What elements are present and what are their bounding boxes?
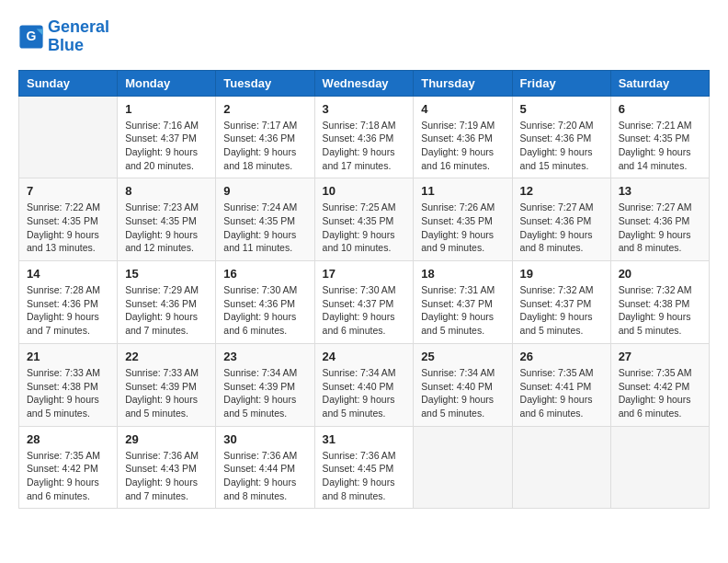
day-number: 23 — [223, 350, 306, 363]
day-number: 18 — [421, 267, 504, 281]
calendar-cell: 26Sunrise: 7:35 AM Sunset: 4:41 PM Dayli… — [512, 343, 610, 426]
calendar-table: SundayMondayTuesdayWednesdayThursdayFrid… — [18, 70, 710, 510]
day-info: Sunrise: 7:17 AM Sunset: 4:36 PM Dayligh… — [223, 119, 306, 173]
calendar-cell: 1Sunrise: 7:16 AM Sunset: 4:37 PM Daylig… — [118, 96, 216, 178]
weekday-header-cell: Tuesday — [216, 70, 314, 96]
day-info: Sunrise: 7:33 AM Sunset: 4:38 PM Dayligh… — [27, 366, 109, 420]
calendar-week-row: 1Sunrise: 7:16 AM Sunset: 4:37 PM Daylig… — [19, 96, 710, 178]
day-number: 7 — [27, 184, 109, 198]
day-number: 19 — [520, 267, 603, 281]
calendar-cell: 7Sunrise: 7:22 AM Sunset: 4:35 PM Daylig… — [19, 178, 118, 261]
calendar-cell: 3Sunrise: 7:18 AM Sunset: 4:36 PM Daylig… — [314, 96, 414, 178]
day-info: Sunrise: 7:23 AM Sunset: 4:35 PM Dayligh… — [125, 201, 208, 255]
svg-text:G: G — [27, 29, 37, 43]
calendar-cell: 2Sunrise: 7:17 AM Sunset: 4:36 PM Daylig… — [216, 96, 314, 178]
calendar-cell: 5Sunrise: 7:20 AM Sunset: 4:36 PM Daylig… — [512, 96, 610, 178]
calendar-week-row: 28Sunrise: 7:35 AM Sunset: 4:42 PM Dayli… — [19, 426, 710, 509]
day-info: Sunrise: 7:31 AM Sunset: 4:37 PM Dayligh… — [421, 283, 504, 338]
logo-icon: G — [18, 24, 44, 50]
calendar-cell: 4Sunrise: 7:19 AM Sunset: 4:36 PM Daylig… — [414, 96, 512, 178]
day-number: 8 — [125, 184, 208, 198]
calendar-cell: 10Sunrise: 7:25 AM Sunset: 4:35 PM Dayli… — [314, 178, 414, 261]
day-number: 29 — [125, 432, 208, 446]
calendar-cell: 22Sunrise: 7:33 AM Sunset: 4:39 PM Dayli… — [118, 343, 216, 426]
day-info: Sunrise: 7:22 AM Sunset: 4:35 PM Dayligh… — [27, 201, 109, 255]
calendar-cell: 29Sunrise: 7:36 AM Sunset: 4:43 PM Dayli… — [118, 426, 216, 509]
day-info: Sunrise: 7:20 AM Sunset: 4:36 PM Dayligh… — [520, 119, 603, 173]
day-number: 16 — [223, 267, 306, 281]
day-number: 15 — [125, 267, 208, 281]
day-info: Sunrise: 7:19 AM Sunset: 4:36 PM Dayligh… — [421, 119, 504, 173]
day-info: Sunrise: 7:30 AM Sunset: 4:36 PM Dayligh… — [223, 283, 306, 338]
calendar-cell: 20Sunrise: 7:32 AM Sunset: 4:38 PM Dayli… — [610, 261, 709, 344]
day-info: Sunrise: 7:35 AM Sunset: 4:42 PM Dayligh… — [619, 366, 701, 420]
weekday-header-row: SundayMondayTuesdayWednesdayThursdayFrid… — [19, 70, 710, 96]
calendar-cell: 13Sunrise: 7:27 AM Sunset: 4:36 PM Dayli… — [610, 178, 709, 261]
day-number: 3 — [323, 102, 406, 116]
day-info: Sunrise: 7:35 AM Sunset: 4:42 PM Dayligh… — [27, 449, 109, 503]
day-number: 10 — [323, 184, 406, 198]
day-info: Sunrise: 7:29 AM Sunset: 4:36 PM Dayligh… — [125, 283, 208, 338]
calendar-cell: 19Sunrise: 7:32 AM Sunset: 4:37 PM Dayli… — [512, 261, 610, 344]
calendar-cell: 15Sunrise: 7:29 AM Sunset: 4:36 PM Dayli… — [118, 261, 216, 344]
day-number: 17 — [323, 267, 406, 281]
day-info: Sunrise: 7:25 AM Sunset: 4:35 PM Dayligh… — [323, 201, 406, 255]
day-number: 25 — [421, 350, 504, 363]
logo: G General Blue — [18, 18, 109, 55]
day-info: Sunrise: 7:27 AM Sunset: 4:36 PM Dayligh… — [520, 201, 603, 255]
day-info: Sunrise: 7:33 AM Sunset: 4:39 PM Dayligh… — [125, 366, 208, 420]
calendar-cell: 31Sunrise: 7:36 AM Sunset: 4:45 PM Dayli… — [314, 426, 414, 509]
calendar-week-row: 7Sunrise: 7:22 AM Sunset: 4:35 PM Daylig… — [19, 178, 710, 261]
day-number: 12 — [520, 184, 603, 198]
day-info: Sunrise: 7:34 AM Sunset: 4:39 PM Dayligh… — [223, 366, 306, 420]
calendar-cell: 25Sunrise: 7:34 AM Sunset: 4:40 PM Dayli… — [414, 343, 512, 426]
day-info: Sunrise: 7:36 AM Sunset: 4:43 PM Dayligh… — [125, 449, 208, 503]
day-number: 1 — [125, 102, 208, 116]
day-info: Sunrise: 7:24 AM Sunset: 4:35 PM Dayligh… — [223, 201, 306, 255]
day-info: Sunrise: 7:26 AM Sunset: 4:35 PM Dayligh… — [421, 201, 504, 255]
calendar-cell: 23Sunrise: 7:34 AM Sunset: 4:39 PM Dayli… — [216, 343, 314, 426]
calendar-cell: 18Sunrise: 7:31 AM Sunset: 4:37 PM Dayli… — [414, 261, 512, 344]
calendar-cell — [414, 426, 512, 509]
day-info: Sunrise: 7:16 AM Sunset: 4:37 PM Dayligh… — [125, 119, 208, 173]
calendar-cell: 21Sunrise: 7:33 AM Sunset: 4:38 PM Dayli… — [19, 343, 118, 426]
day-number: 9 — [223, 184, 306, 198]
day-info: Sunrise: 7:32 AM Sunset: 4:37 PM Dayligh… — [520, 283, 603, 338]
calendar-cell: 12Sunrise: 7:27 AM Sunset: 4:36 PM Dayli… — [512, 178, 610, 261]
calendar-cell — [610, 426, 709, 509]
calendar-cell: 8Sunrise: 7:23 AM Sunset: 4:35 PM Daylig… — [118, 178, 216, 261]
weekday-header-cell: Monday — [118, 70, 216, 96]
day-info: Sunrise: 7:18 AM Sunset: 4:36 PM Dayligh… — [323, 119, 406, 173]
calendar-cell: 6Sunrise: 7:21 AM Sunset: 4:35 PM Daylig… — [610, 96, 709, 178]
day-info: Sunrise: 7:28 AM Sunset: 4:36 PM Dayligh… — [27, 283, 109, 338]
day-number: 13 — [619, 184, 701, 198]
calendar-cell: 17Sunrise: 7:30 AM Sunset: 4:37 PM Dayli… — [314, 261, 414, 344]
day-number: 26 — [520, 350, 603, 363]
logo-text: General Blue — [48, 18, 109, 55]
weekday-header-cell: Saturday — [610, 70, 709, 96]
day-number: 6 — [619, 102, 701, 116]
day-info: Sunrise: 7:21 AM Sunset: 4:35 PM Dayligh… — [619, 119, 701, 173]
day-number: 22 — [125, 350, 208, 363]
day-info: Sunrise: 7:36 AM Sunset: 4:44 PM Dayligh… — [223, 449, 306, 503]
day-info: Sunrise: 7:27 AM Sunset: 4:36 PM Dayligh… — [619, 201, 701, 255]
calendar-cell — [512, 426, 610, 509]
calendar-cell: 27Sunrise: 7:35 AM Sunset: 4:42 PM Dayli… — [610, 343, 709, 426]
day-number: 31 — [323, 432, 406, 446]
calendar-cell: 9Sunrise: 7:24 AM Sunset: 4:35 PM Daylig… — [216, 178, 314, 261]
day-number: 14 — [27, 267, 109, 281]
calendar-cell: 11Sunrise: 7:26 AM Sunset: 4:35 PM Dayli… — [414, 178, 512, 261]
day-info: Sunrise: 7:34 AM Sunset: 4:40 PM Dayligh… — [323, 366, 406, 420]
calendar-cell: 24Sunrise: 7:34 AM Sunset: 4:40 PM Dayli… — [314, 343, 414, 426]
weekday-header-cell: Sunday — [19, 70, 118, 96]
calendar-cell: 28Sunrise: 7:35 AM Sunset: 4:42 PM Dayli… — [19, 426, 118, 509]
day-number: 11 — [421, 184, 504, 198]
calendar-cell: 30Sunrise: 7:36 AM Sunset: 4:44 PM Dayli… — [216, 426, 314, 509]
day-number: 4 — [421, 102, 504, 116]
calendar-cell: 14Sunrise: 7:28 AM Sunset: 4:36 PM Dayli… — [19, 261, 118, 344]
day-number: 24 — [323, 350, 406, 363]
day-info: Sunrise: 7:36 AM Sunset: 4:45 PM Dayligh… — [323, 449, 406, 503]
calendar-cell — [19, 96, 118, 178]
day-number: 30 — [223, 432, 306, 446]
calendar-week-row: 21Sunrise: 7:33 AM Sunset: 4:38 PM Dayli… — [19, 343, 710, 426]
